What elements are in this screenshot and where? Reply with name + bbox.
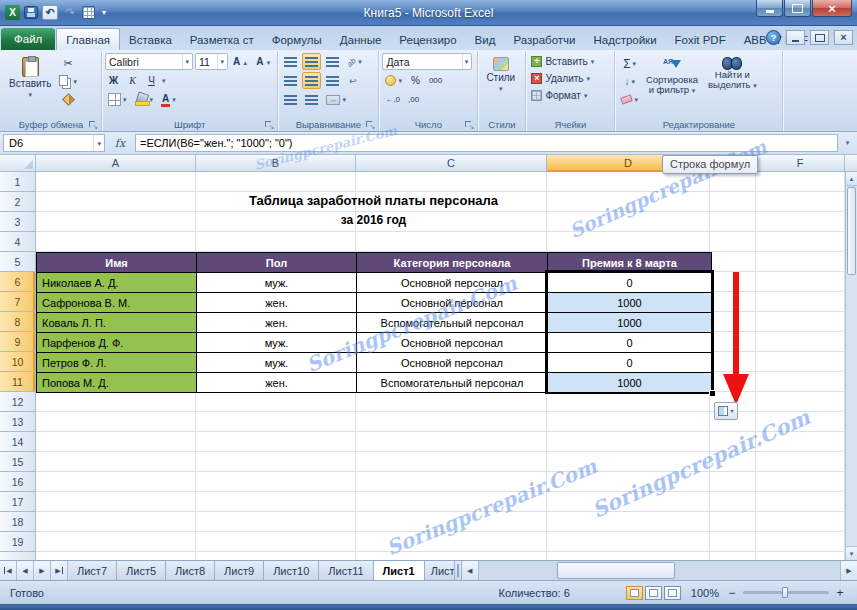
last-sheet-button[interactable] bbox=[51, 561, 68, 580]
redo-button[interactable] bbox=[62, 5, 78, 20]
cell-B9[interactable]: муж. bbox=[197, 333, 357, 353]
view-page-break-button[interactable] bbox=[664, 586, 681, 600]
cell-C6[interactable]: Основной персонал bbox=[357, 273, 548, 293]
cell-C7[interactable]: Основной персонал bbox=[357, 293, 548, 313]
sheet-tab-list5[interactable]: Лист5 bbox=[117, 561, 166, 580]
cell-A10[interactable]: Петров Ф. Л. bbox=[37, 353, 197, 373]
increase-indent-button[interactable] bbox=[302, 91, 321, 108]
vertical-scrollbar[interactable] bbox=[845, 172, 857, 560]
cell-D5[interactable]: Премия к 8 марта bbox=[548, 253, 712, 273]
sheet-tab-truncated[interactable]: Лист bbox=[425, 561, 455, 580]
paste-button[interactable]: Вставить bbox=[4, 53, 56, 117]
cell-A8[interactable]: Коваль Л. П. bbox=[37, 313, 197, 333]
cell-D6[interactable]: 0 bbox=[548, 273, 712, 293]
maximize-button[interactable] bbox=[784, 0, 811, 17]
horizontal-scrollbar[interactable] bbox=[479, 561, 840, 580]
zoom-in-button[interactable]: + bbox=[833, 586, 847, 600]
cell-C8[interactable]: Вспомогательный персонал bbox=[357, 313, 548, 333]
cell-D9[interactable]: 0 bbox=[548, 333, 712, 353]
cell-A6[interactable]: Николаев А. Д. bbox=[37, 273, 197, 293]
view-normal-button[interactable] bbox=[626, 586, 643, 600]
row-header-1[interactable]: 1 bbox=[0, 172, 35, 192]
percent-style-button[interactable]: % bbox=[407, 72, 424, 89]
sheet-tab-list1-active[interactable]: Лист1 bbox=[374, 561, 425, 580]
italic-button[interactable]: К bbox=[124, 72, 141, 89]
save-button[interactable] bbox=[24, 6, 38, 19]
workbook-minimize-button[interactable] bbox=[786, 30, 805, 45]
cell-B7[interactable]: жен. bbox=[197, 293, 357, 313]
font-color-button[interactable]: А bbox=[158, 91, 179, 108]
align-center-button[interactable] bbox=[302, 72, 321, 89]
dialog-launcher-icon[interactable] bbox=[464, 120, 474, 130]
format-painter-button[interactable] bbox=[56, 91, 80, 108]
previous-sheet-button[interactable] bbox=[17, 561, 34, 580]
cell-B10[interactable]: муж. bbox=[197, 353, 357, 373]
bold-button[interactable]: Ж bbox=[105, 72, 122, 89]
expand-formula-bar-icon[interactable] bbox=[841, 139, 854, 147]
vertical-scroll-thumb[interactable] bbox=[847, 187, 856, 275]
dialog-launcher-icon[interactable] bbox=[365, 120, 375, 130]
column-header-F[interactable]: F bbox=[756, 155, 845, 172]
tab-developer[interactable]: Разработчи bbox=[504, 29, 584, 50]
cell-C9[interactable]: Основной персонал bbox=[357, 333, 548, 353]
workbook-close-button[interactable] bbox=[834, 30, 853, 45]
decrease-decimal-button[interactable]: ,00 bbox=[405, 91, 422, 108]
decrease-indent-button[interactable] bbox=[281, 91, 300, 108]
select-all-corner[interactable] bbox=[0, 155, 36, 172]
name-box[interactable]: D6 bbox=[3, 134, 105, 152]
cell-D11[interactable]: 1000 bbox=[548, 373, 712, 393]
view-page-layout-button[interactable] bbox=[645, 586, 662, 600]
tab-addins[interactable]: Надстройки bbox=[584, 29, 665, 50]
row-header-13[interactable]: 13 bbox=[0, 412, 35, 432]
row-header-18[interactable]: 18 bbox=[0, 512, 35, 532]
find-select-button[interactable]: Найти ивыделить bbox=[703, 53, 762, 117]
sheet-tab-list9[interactable]: Лист9 bbox=[215, 561, 264, 580]
zoom-level[interactable]: 100% bbox=[691, 587, 719, 599]
first-sheet-button[interactable] bbox=[0, 561, 17, 580]
tab-formulas[interactable]: Формулы bbox=[263, 29, 331, 50]
styles-button[interactable]: Стили bbox=[481, 53, 520, 117]
sort-filter-button[interactable]: Сортировкаи фильтр bbox=[641, 53, 703, 117]
row-header-7[interactable]: 7 bbox=[0, 292, 35, 312]
workbook-restore-button[interactable] bbox=[810, 30, 829, 45]
scroll-down-icon[interactable] bbox=[846, 546, 857, 560]
horizontal-scroll-thumb[interactable] bbox=[557, 562, 675, 579]
row-header-12[interactable]: 12 bbox=[0, 392, 35, 412]
minimize-button[interactable] bbox=[756, 0, 783, 17]
align-bottom-button[interactable] bbox=[323, 53, 342, 70]
row-header-14[interactable]: 14 bbox=[0, 432, 35, 452]
zoom-out-button[interactable]: − bbox=[725, 586, 739, 600]
row-header-3[interactable]: 3 bbox=[0, 212, 35, 232]
number-format-select[interactable]: Дата bbox=[382, 53, 472, 70]
tab-review[interactable]: Рецензиро bbox=[390, 29, 465, 50]
cell-C5[interactable]: Категория персонала bbox=[357, 253, 548, 273]
font-name-select[interactable]: Calibri bbox=[105, 53, 193, 70]
cells-area[interactable]: Таблица заработной платы персонала за 20… bbox=[36, 172, 845, 560]
grow-font-button[interactable]: А bbox=[230, 53, 251, 70]
tab-page-layout[interactable]: Разметка ст bbox=[181, 29, 263, 50]
scroll-up-icon[interactable] bbox=[846, 172, 857, 186]
column-header-B[interactable]: B bbox=[196, 155, 356, 172]
zoom-slider[interactable] bbox=[743, 591, 829, 594]
wrap-text-button[interactable] bbox=[344, 72, 361, 89]
qat-dropdown-icon[interactable] bbox=[99, 8, 109, 17]
dialog-launcher-icon[interactable] bbox=[88, 120, 98, 130]
row-header-4[interactable]: 4 bbox=[0, 232, 35, 252]
row-header-8[interactable]: 8 bbox=[0, 312, 35, 332]
sheet-tab-list11[interactable]: Лист11 bbox=[319, 561, 373, 580]
row-header-15[interactable]: 15 bbox=[0, 452, 35, 472]
cell-C10[interactable]: Основной персонал bbox=[357, 353, 548, 373]
insert-cells-button[interactable]: Вставить bbox=[529, 53, 611, 70]
format-cells-button[interactable]: Формат bbox=[529, 87, 611, 104]
row-header-6[interactable]: 6 bbox=[0, 272, 35, 292]
font-size-select[interactable]: 11 bbox=[195, 53, 228, 70]
cell-D7[interactable]: 1000 bbox=[548, 293, 712, 313]
cell-B6[interactable]: муж. bbox=[197, 273, 357, 293]
tab-view[interactable]: Вид bbox=[466, 29, 505, 50]
column-header-C[interactable]: C bbox=[356, 155, 547, 172]
autosum-button[interactable]: Σ bbox=[618, 55, 641, 72]
tab-home[interactable]: Главная bbox=[56, 28, 120, 50]
sheet-tab-list10[interactable]: Лист10 bbox=[264, 561, 319, 580]
cell-C11[interactable]: Вспомогательный персонал bbox=[357, 373, 548, 393]
cut-button[interactable] bbox=[56, 55, 80, 72]
